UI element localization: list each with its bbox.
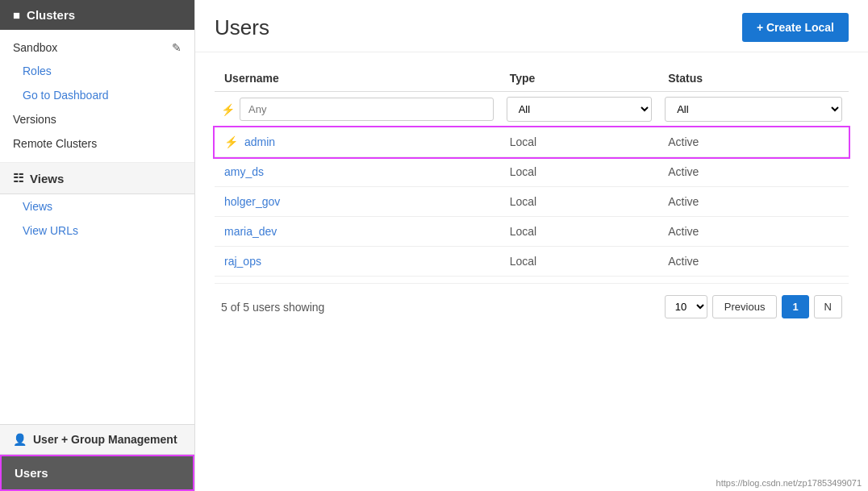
table-row: amy_dsLocalActive — [215, 157, 849, 187]
per-page-select[interactable]: 10 25 50 — [665, 295, 707, 318]
status-filter-select[interactable]: All Active Inactive — [665, 97, 842, 122]
filter-status-cell: All Active Inactive — [658, 92, 849, 127]
col-header-status: Status — [658, 65, 849, 92]
filter-type-cell: All Local LDAP — [500, 92, 659, 127]
sidebar-item-versions[interactable]: Versions — [0, 107, 194, 131]
clusters-icon: ■ — [13, 8, 20, 22]
page-1-button[interactable]: 1 — [782, 295, 808, 318]
clusters-header: ■ Clusters — [0, 0, 194, 30]
main-header: Users + Create Local — [195, 0, 868, 52]
cell-type: Local — [500, 187, 659, 217]
cluster-name-row: Sandbox ✎ — [0, 36, 194, 59]
main-content: Users + Create Local Username Type Statu… — [195, 0, 868, 491]
next-button[interactable]: N — [814, 295, 842, 318]
table-row: maria_devLocalActive — [215, 217, 849, 247]
username-link[interactable]: raj_ops — [224, 255, 261, 268]
create-local-button[interactable]: + Create Local — [742, 13, 849, 42]
user-group-header: 👤 User + Group Management — [0, 425, 194, 455]
cell-status: Active — [658, 157, 849, 187]
cell-username: amy_ds — [215, 157, 500, 187]
cluster-block: Sandbox ✎ Roles Go to Dashboard Versions… — [0, 30, 194, 163]
cell-type: Local — [500, 127, 659, 157]
cell-username: holger_gov — [215, 187, 500, 217]
table-header-row: Username Type Status — [215, 65, 849, 92]
flash-row-icon[interactable]: ⚡ — [224, 135, 238, 148]
pagination-bar: 5 of 5 users showing 10 25 50 Previous 1… — [215, 283, 849, 325]
cell-status: Active — [658, 217, 849, 247]
cell-username: ⚡admin — [215, 127, 500, 157]
username-link[interactable]: maria_dev — [224, 225, 277, 238]
col-header-type: Type — [500, 65, 659, 92]
username-filter-input[interactable] — [240, 98, 494, 121]
main-body: Username Type Status ⚡ All Local — [195, 52, 868, 491]
cell-username: raj_ops — [215, 247, 500, 277]
cell-status: Active — [658, 187, 849, 217]
table-row: ⚡adminLocalActive — [215, 127, 849, 157]
sidebar-item-dashboard[interactable]: Go to Dashboard — [0, 83, 194, 107]
cell-type: Local — [500, 157, 659, 187]
cell-status: Active — [658, 247, 849, 277]
cell-type: Local — [500, 217, 659, 247]
users-table: Username Type Status ⚡ All Local — [215, 65, 849, 277]
edit-cluster-icon[interactable]: ✎ — [172, 41, 182, 54]
url-hint: https://blog.csdn.net/zp17853499071 — [716, 478, 862, 488]
cell-type: Local — [500, 247, 659, 277]
username-link[interactable]: holger_gov — [224, 195, 280, 208]
flash-filter-icon[interactable]: ⚡ — [221, 103, 235, 116]
type-filter-select[interactable]: All Local LDAP — [507, 97, 653, 122]
views-header: ☷ Views — [0, 163, 194, 194]
sidebar-item-views[interactable]: Views — [0, 194, 194, 218]
users-table-body: ⚡adminLocalActiveamy_dsLocalActiveholger… — [215, 127, 849, 277]
cell-status: Active — [658, 127, 849, 157]
sidebar: ■ Clusters Sandbox ✎ Roles Go to Dashboa… — [0, 0, 195, 491]
username-link[interactable]: amy_ds — [224, 165, 264, 178]
filter-username-cell: ⚡ — [215, 92, 500, 127]
sidebar-item-view-urls[interactable]: View URLs — [0, 218, 194, 243]
page-title: Users — [215, 15, 269, 40]
filter-row: ⚡ All Local LDAP All — [215, 92, 849, 127]
views-grid-icon: ☷ — [13, 171, 23, 185]
user-icon: 👤 — [13, 433, 27, 446]
col-header-username: Username — [215, 65, 500, 92]
table-row: raj_opsLocalActive — [215, 247, 849, 277]
pagination-controls: 10 25 50 Previous 1 N — [665, 295, 842, 318]
previous-button[interactable]: Previous — [712, 295, 778, 318]
sidebar-bottom: 👤 User + Group Management Users — [0, 424, 194, 491]
sidebar-item-remote-clusters[interactable]: Remote Clusters — [0, 131, 194, 156]
showing-count: 5 of 5 users showing — [221, 301, 324, 314]
table-row: holger_govLocalActive — [215, 187, 849, 217]
username-link[interactable]: admin — [244, 135, 275, 148]
cell-username: maria_dev — [215, 217, 500, 247]
sidebar-item-roles[interactable]: Roles — [0, 59, 194, 83]
sidebar-item-users-active[interactable]: Users — [0, 455, 194, 491]
